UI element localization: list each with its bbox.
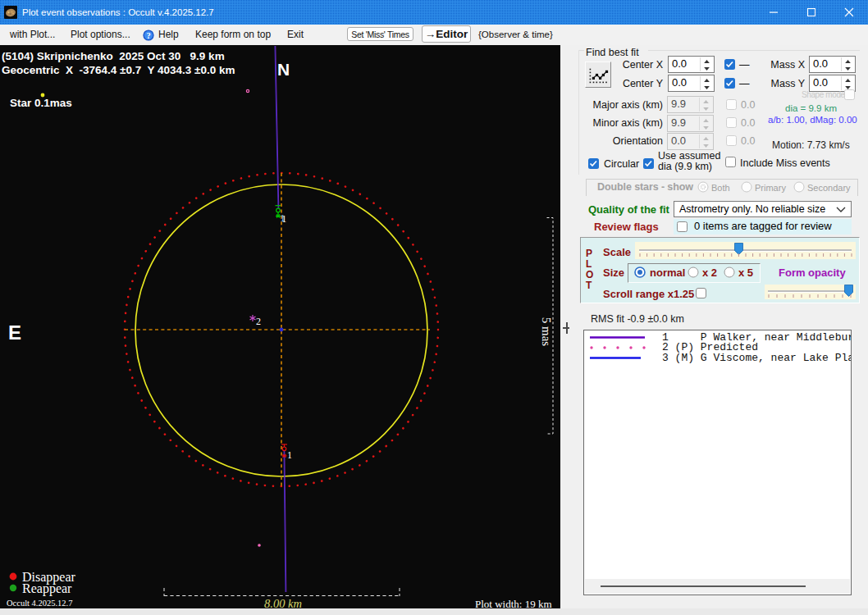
svg-text:2: 2 — [256, 316, 261, 327]
svg-text:1: 1 — [281, 213, 286, 225]
svg-text:1: 1 — [287, 449, 292, 461]
svg-text:?: ? — [146, 31, 150, 40]
